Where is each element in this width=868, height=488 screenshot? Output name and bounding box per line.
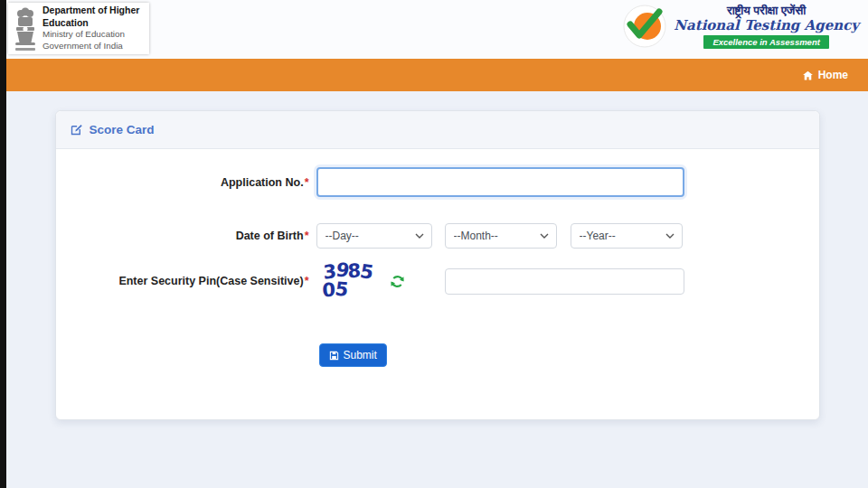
dob-day-select[interactable]: --Day-- — [316, 223, 432, 249]
main-content: Score Card Application No.* Date of Birt… — [6, 91, 868, 488]
nta-logo-icon — [623, 5, 666, 48]
department-name: Department of Higher Education — [42, 5, 144, 29]
nta-english-name: National Testing Agency — [674, 18, 859, 33]
nta-hindi-name: राष्ट्रीय परीक्षा एजेंसी — [727, 4, 807, 18]
government-logo-block: Department of Higher Education Ministry … — [8, 3, 149, 54]
security-pin-label: Enter Security Pin(Case Sensitive)* — [56, 275, 309, 287]
date-of-birth-label: Date of Birth* — [56, 230, 309, 242]
date-of-birth-row: Date of Birth* --Day-- --Month-- — [56, 223, 819, 249]
government-header-text: Department of Higher Education Ministry … — [42, 5, 144, 52]
security-pin-input[interactable] — [445, 268, 684, 295]
application-no-input[interactable] — [316, 167, 684, 197]
india-emblem — [14, 7, 37, 51]
submit-button-label: Submit — [344, 349, 377, 361]
site-header: Department of Higher Education Ministry … — [6, 0, 868, 59]
refresh-icon — [390, 274, 405, 289]
nav-home-link[interactable]: Home — [802, 69, 848, 81]
scorecard-title: Score Card — [90, 123, 155, 136]
nta-logo-block: राष्ट्रीय परीक्षा एजेंसी National Testin… — [623, 4, 859, 49]
dob-month-select[interactable]: --Month-- — [445, 223, 557, 249]
nta-tagline-badge: Excellence in Assessment — [703, 35, 828, 49]
edit-icon — [70, 123, 83, 136]
submit-button[interactable]: Submit — [319, 343, 387, 367]
scorecard-panel-header: Score Card — [56, 111, 819, 149]
country-name: Government of India — [42, 41, 144, 52]
scorecard-form: Application No.* Date of Birth* --Day-- — [56, 149, 819, 419]
required-asterisk: * — [305, 275, 309, 287]
save-icon — [329, 351, 339, 361]
nav-home-label: Home — [818, 69, 848, 81]
application-no-row: Application No.* — [56, 167, 819, 197]
emblem-motto-line — [15, 48, 35, 51]
screen-edge-strip — [0, 0, 6, 488]
ashoka-emblem-icon — [14, 7, 37, 47]
dob-year-select[interactable]: --Year-- — [571, 223, 683, 249]
home-icon — [802, 70, 814, 81]
required-asterisk: * — [305, 230, 309, 242]
nta-text-block: राष्ट्रीय परीक्षा एजेंसी National Testin… — [674, 4, 859, 49]
page: Department of Higher Education Ministry … — [6, 0, 868, 488]
captcha-refresh-button[interactable] — [390, 274, 405, 289]
submit-row: Submit — [56, 343, 819, 367]
security-pin-row: Enter Security Pin(Case Sensitive)* 3985… — [56, 262, 819, 300]
captcha-code: 398505 — [321, 262, 375, 300]
ministry-name: Ministry of Education — [42, 29, 144, 41]
required-asterisk: * — [305, 176, 309, 189]
scorecard-panel: Score Card Application No.* Date of Birt… — [55, 110, 820, 420]
main-navbar: Home — [6, 59, 868, 91]
application-no-label: Application No.* — [56, 176, 309, 189]
